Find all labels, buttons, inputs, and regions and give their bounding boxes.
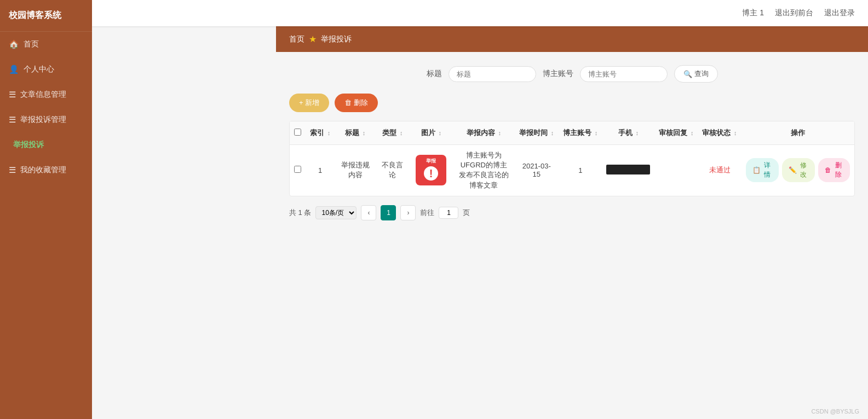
remove-label: 删除 — [833, 161, 843, 179]
breadcrumb-star-icon: ★ — [309, 34, 317, 44]
row-image: 举报 ! — [409, 145, 453, 196]
favorites-icon: ☰ — [9, 165, 16, 175]
sort-icon-status: ↕ — [734, 130, 737, 136]
report-svg-icon: 举报 ! — [415, 154, 447, 187]
sidebar: 校园博客系统 🏠 首页 👤 个人中心 ☰ 文章信息管理 ☰ 举报投诉管理 举报投… — [0, 0, 92, 419]
col-action: 操作 — [741, 121, 854, 145]
table-row: 1 举报违规内容 不良言论 举报 — [290, 145, 854, 196]
search-title-label: 标题 — [427, 69, 442, 79]
select-all-checkbox[interactable] — [294, 129, 301, 136]
row-phone — [602, 145, 654, 196]
col-review: 审核回复 ↕ — [654, 121, 698, 145]
sidebar-item-home-label: 首页 — [24, 39, 39, 49]
search-bar: 标题 博主账号 🔍 查询 — [289, 65, 855, 83]
app-title: 校园博客系统 — [0, 0, 92, 32]
row-account: 1 — [559, 145, 602, 196]
col-type: 类型 ↕ — [376, 121, 409, 145]
col-image: 图片 ↕ — [409, 121, 453, 145]
status-badge: 未通过 — [709, 166, 731, 174]
prev-page-button[interactable]: ‹ — [361, 205, 376, 220]
col-index: 索引 ↕ — [306, 121, 335, 145]
search-button[interactable]: 🔍 查询 — [674, 65, 718, 83]
edit-icon: ✏️ — [789, 166, 797, 174]
pagination: 共 1 条 10条/页 20条/页 50条/页 ‹ 1 › 前往 页 — [289, 205, 855, 220]
col-content: 举报内容 ↕ — [453, 121, 514, 145]
sidebar-item-favorites[interactable]: ☰ 我的收藏管理 — [0, 158, 92, 183]
sort-icon-index: ↕ — [327, 130, 331, 136]
home-icon: 🏠 — [9, 39, 19, 49]
sort-icon-type: ↕ — [400, 130, 403, 136]
page-size-select[interactable]: 10条/页 20条/页 50条/页 — [315, 206, 357, 219]
row-review — [654, 145, 698, 196]
edit-button[interactable]: ✏️ 修改 — [782, 158, 815, 182]
main-content: 首页 ★ 举报投诉 标题 博主账号 🔍 查询 + 新增 — [276, 26, 868, 419]
sidebar-item-reports-mgmt[interactable]: ☰ 举报投诉管理 — [0, 107, 92, 132]
add-button-label: + 新增 — [299, 98, 319, 108]
search-title-input[interactable] — [449, 66, 536, 82]
row-checkbox-cell — [290, 145, 306, 196]
trash-icon: 🗑 — [825, 166, 831, 174]
col-account: 博主账号 ↕ — [559, 121, 602, 145]
search-button-label: 查询 — [694, 69, 709, 79]
header: 博主 1 退出到前台 退出登录 — [92, 0, 868, 26]
detail-button[interactable]: 📋 详情 — [746, 158, 779, 182]
sort-icon-title: ↕ — [363, 130, 366, 136]
sort-icon-time: ↕ — [551, 130, 554, 136]
sidebar-item-articles[interactable]: ☰ 文章信息管理 — [0, 82, 92, 107]
breadcrumb-home[interactable]: 首页 — [289, 34, 304, 44]
sort-icon-phone: ↕ — [635, 130, 639, 136]
jump-suffix: 页 — [463, 208, 470, 218]
page-jump-input[interactable] — [439, 207, 458, 219]
row-index: 1 — [306, 145, 335, 196]
svg-text:举报: 举报 — [426, 158, 436, 164]
toolbar: + 新增 🗑 删除 — [289, 94, 855, 112]
user-icon: 👤 — [9, 65, 19, 74]
remove-button[interactable]: 🗑 删除 — [818, 158, 850, 182]
table-header-row: 索引 ↕ 标题 ↕ 类型 ↕ 图片 ↕ 举报内容 ↕ 举报时间 ↕ 博主账号 ↕… — [290, 121, 854, 145]
sidebar-item-profile[interactable]: 👤 个人中心 — [0, 57, 92, 82]
jump-prefix: 前往 — [420, 208, 434, 218]
sort-icon-image: ↕ — [438, 130, 441, 136]
articles-icon: ☰ — [9, 90, 16, 100]
row-checkbox[interactable] — [294, 166, 301, 173]
row-title: 举报违规内容 — [335, 145, 376, 196]
logout-link[interactable]: 退出登录 — [824, 8, 855, 18]
col-time: 举报时间 ↕ — [514, 121, 559, 145]
report-image: 举报 ! — [413, 153, 449, 188]
sort-icon-account: ↕ — [595, 130, 598, 136]
phone-redacted — [606, 165, 650, 174]
sort-icon-content: ↕ — [498, 130, 501, 136]
search-account-input[interactable] — [580, 66, 668, 82]
action-buttons-group: 📋 详情 ✏️ 修改 🗑 删除 — [746, 158, 850, 182]
row-actions: 📋 详情 ✏️ 修改 🗑 删除 — [741, 145, 854, 196]
username: 博主 1 — [742, 8, 764, 18]
sidebar-item-report-complaint[interactable]: 举报投诉 — [0, 132, 92, 158]
sidebar-item-reports-mgmt-label: 举报投诉管理 — [20, 115, 66, 125]
row-status: 未通过 — [698, 145, 741, 196]
watermark: CSDN @BYSJLG — [811, 408, 859, 415]
frontend-link[interactable]: 退出到前台 — [775, 8, 813, 18]
sidebar-item-favorites-label: 我的收藏管理 — [20, 165, 66, 175]
detail-icon: 📋 — [752, 166, 761, 174]
content-area: 标题 博主账号 🔍 查询 + 新增 🗑 删除 — [276, 52, 868, 419]
row-type: 不良言论 — [376, 145, 409, 196]
delete-button[interactable]: 🗑 删除 — [335, 94, 378, 112]
sort-icon-review: ↕ — [691, 130, 694, 136]
detail-label: 详情 — [762, 161, 772, 179]
col-title: 标题 ↕ — [335, 121, 376, 145]
sidebar-item-report-complaint-label: 举报投诉 — [13, 140, 44, 150]
svg-text:!: ! — [429, 167, 433, 179]
breadcrumb-current: 举报投诉 — [321, 34, 352, 44]
col-status: 审核状态 ↕ — [698, 121, 741, 145]
page-1-button[interactable]: 1 — [381, 205, 396, 220]
col-checkbox — [290, 121, 306, 145]
next-page-button[interactable]: › — [400, 205, 416, 220]
add-button[interactable]: + 新增 — [289, 94, 329, 112]
col-phone: 手机 ↕ — [602, 121, 654, 145]
data-table: 索引 ↕ 标题 ↕ 类型 ↕ 图片 ↕ 举报内容 ↕ 举报时间 ↕ 博主账号 ↕… — [289, 121, 855, 196]
breadcrumb-bar: 首页 ★ 举报投诉 — [276, 26, 868, 52]
row-content: 博主账号为UFGRD的博主发布不良言论的博客文章 — [453, 145, 514, 196]
sidebar-item-home[interactable]: 🏠 首页 — [0, 32, 92, 57]
search-icon: 🔍 — [683, 70, 692, 78]
delete-button-label: 🗑 删除 — [344, 98, 368, 108]
